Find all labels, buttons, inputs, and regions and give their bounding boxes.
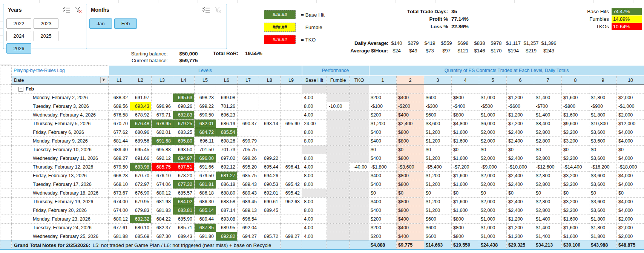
- tko-cell[interactable]: [350, 224, 369, 232]
- qty-cell[interactable]: $200: [369, 215, 397, 224]
- qty-cell[interactable]: $800: [397, 154, 424, 163]
- qty-cell[interactable]: $1,200: [507, 224, 534, 232]
- date-cell[interactable]: Thursday, February 19, 2026: [12, 198, 109, 206]
- date-cell[interactable]: Friday, February 6, 2026: [12, 128, 109, 137]
- qty-cell[interactable]: $39,100: [562, 241, 589, 250]
- qty-cell[interactable]: $3,200: [562, 128, 589, 137]
- base-hit-cell[interactable]: [302, 189, 327, 198]
- qty-cell[interactable]: $600: [424, 224, 452, 232]
- level-cell[interactable]: 685.75: [238, 172, 259, 180]
- qty-cell[interactable]: $2,000: [617, 224, 644, 232]
- qty-cell[interactable]: $2,400: [507, 137, 534, 146]
- fumble-cell[interactable]: [327, 137, 350, 146]
- level-cell[interactable]: [281, 154, 302, 163]
- qty-cell[interactable]: $200: [369, 232, 397, 241]
- level-cell[interactable]: 695.80: [173, 137, 195, 146]
- qty-cell[interactable]: $1,200: [424, 128, 452, 137]
- level-cell[interactable]: [259, 224, 281, 232]
- qty-cell[interactable]: $1,200: [507, 94, 534, 102]
- qty-cell[interactable]: $4,000: [617, 172, 644, 180]
- qty-cell[interactable]: $1,400: [534, 232, 562, 241]
- qty-cell[interactable]: $2,000: [479, 137, 507, 146]
- level-cell[interactable]: 693.14: [259, 120, 281, 128]
- level-cell[interactable]: [281, 241, 302, 250]
- qty-cell[interactable]: $43,988: [589, 241, 617, 250]
- qty-cell[interactable]: $10,800: [589, 120, 617, 128]
- qty-cell[interactable]: $400: [397, 94, 424, 102]
- level-cell[interactable]: 705.75: [238, 146, 259, 154]
- qty-cell[interactable]: $200: [369, 224, 397, 232]
- level-cell[interactable]: 689.43: [173, 232, 195, 241]
- level-cell[interactable]: 679.50: [195, 172, 216, 180]
- level-cell[interactable]: 689.27: [109, 154, 130, 163]
- qty-cell[interactable]: -$1,800: [369, 163, 397, 172]
- level-cell[interactable]: 691.66: [130, 154, 152, 163]
- level-cell[interactable]: 689.56: [130, 137, 152, 146]
- level-cell[interactable]: 690.53: [259, 180, 281, 189]
- level-cell[interactable]: [238, 94, 259, 102]
- qty-cell[interactable]: $3,600: [589, 172, 617, 180]
- level-cell[interactable]: 685.57: [173, 189, 195, 198]
- level-cell[interactable]: 679.25: [173, 120, 195, 128]
- level-cell[interactable]: 676.90: [130, 189, 152, 198]
- date-cell[interactable]: Friday, February 13, 2026: [12, 172, 109, 180]
- fumble-cell[interactable]: [327, 180, 350, 189]
- qty-cell[interactable]: $1,200: [424, 180, 452, 189]
- level-cell[interactable]: 698.27: [281, 232, 302, 241]
- level-cell[interactable]: [238, 85, 259, 94]
- qty-cell[interactable]: $600: [424, 232, 452, 241]
- qty-cell[interactable]: $600: [424, 94, 452, 102]
- qty-cell[interactable]: $4,000: [617, 180, 644, 189]
- qty-cell[interactable]: -$5,400: [424, 163, 452, 172]
- qty-cell[interactable]: $2,400: [507, 206, 534, 215]
- level-cell[interactable]: 681.81: [195, 180, 216, 189]
- month-button-feb[interactable]: Feb: [114, 18, 137, 29]
- base-hit-cell[interactable]: 4.00: [302, 215, 327, 224]
- date-cell[interactable]: Tuesday, February 3, 2026: [12, 102, 109, 111]
- level-cell[interactable]: 692.04: [238, 224, 259, 232]
- fumble-cell[interactable]: [327, 224, 350, 232]
- level-cell[interactable]: 677.62: [109, 128, 130, 137]
- base-hit-cell[interactable]: [302, 241, 327, 250]
- qty-cell[interactable]: $0: [452, 146, 479, 154]
- level-cell[interactable]: 684.72: [195, 128, 216, 137]
- qty-cell[interactable]: $0: [562, 146, 589, 154]
- qty-cell[interactable]: $1,600: [452, 172, 479, 180]
- level-cell[interactable]: 692.01: [259, 189, 281, 198]
- level-cell[interactable]: 696.96: [152, 102, 173, 111]
- qty-cell[interactable]: $400: [369, 154, 397, 163]
- qty-cell[interactable]: $0: [452, 189, 479, 198]
- level-cell[interactable]: 962.63: [281, 198, 302, 206]
- level-cell[interactable]: 694.97: [173, 154, 195, 163]
- qty-cell[interactable]: $400: [369, 206, 397, 215]
- level-cell[interactable]: [259, 128, 281, 137]
- level-cell[interactable]: [259, 85, 281, 94]
- qty-cell[interactable]: $3,200: [562, 154, 589, 163]
- date-cell[interactable]: Wednesday, February 11, 2026: [12, 154, 109, 163]
- qty-cell[interactable]: $0: [479, 146, 507, 154]
- level-cell[interactable]: 681.98: [152, 198, 173, 206]
- level-cell[interactable]: [216, 85, 238, 94]
- level-cell[interactable]: [281, 102, 302, 111]
- level-cell[interactable]: 701.50: [195, 146, 216, 154]
- qty-cell[interactable]: $4,000: [617, 128, 644, 137]
- qty-cell[interactable]: $1,800: [589, 232, 617, 241]
- qty-cell[interactable]: [534, 85, 562, 94]
- group-label-cell[interactable]: −Feb: [12, 85, 109, 94]
- qty-cell[interactable]: -$600: [507, 102, 534, 111]
- qty-cell[interactable]: $600: [424, 215, 452, 224]
- level-cell[interactable]: 698.50: [173, 146, 195, 154]
- qty-cell[interactable]: $800: [452, 94, 479, 102]
- qty-cell[interactable]: -$9,000: [479, 163, 507, 172]
- level-cell[interactable]: 678.95: [152, 120, 173, 128]
- level-cell[interactable]: 691.66: [195, 163, 216, 172]
- level-cell[interactable]: [173, 85, 195, 94]
- level-cell[interactable]: 677.32: [173, 180, 195, 189]
- qty-cell[interactable]: $2,800: [534, 154, 562, 163]
- level-cell[interactable]: 673.67: [109, 189, 130, 198]
- qty-cell[interactable]: $2,800: [534, 172, 562, 180]
- qty-cell[interactable]: $2,400: [507, 180, 534, 189]
- level-cell[interactable]: 684.02: [173, 198, 195, 206]
- date-cell[interactable]: Thursday, February 5, 2026: [12, 120, 109, 128]
- qty-cell[interactable]: $14,663: [424, 241, 452, 250]
